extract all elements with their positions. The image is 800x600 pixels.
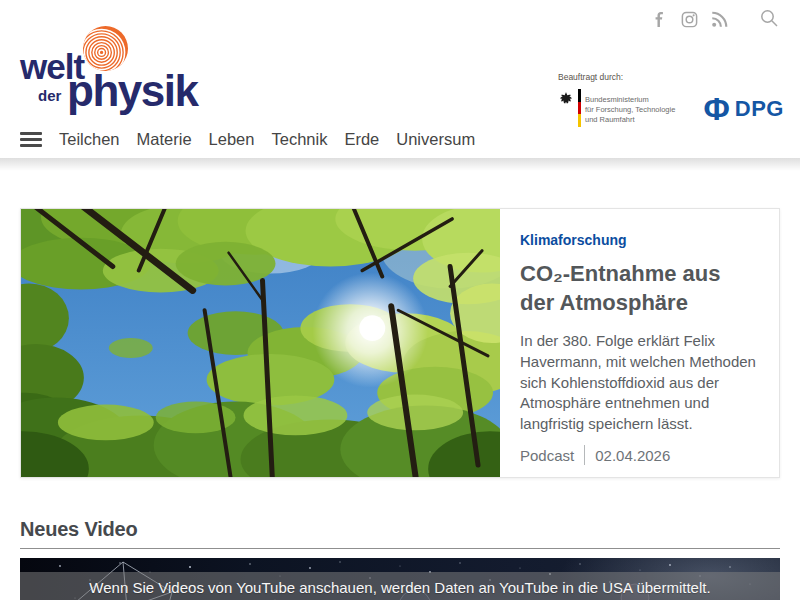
forest-canopy-illustration [21, 209, 500, 477]
nav-item-leben[interactable]: Leben [209, 130, 255, 149]
dpg-label: DPG [735, 96, 784, 122]
social-links [651, 11, 728, 28]
facebook-link[interactable] [651, 11, 668, 28]
nav-item-materie[interactable]: Materie [137, 130, 192, 149]
facebook-icon [651, 11, 668, 28]
teaser-date: 02.04.2026 [595, 447, 670, 464]
teaser-content-type: Podcast [520, 447, 574, 464]
instagram-link[interactable] [681, 11, 698, 28]
rss-icon [711, 11, 728, 28]
teaser-image-forest-canopy[interactable] [21, 209, 500, 477]
logo-spiral-icon [83, 26, 128, 71]
ministry-logo[interactable]: Bundesministerium für Forschung, Technol… [558, 89, 675, 127]
search-icon [760, 9, 779, 28]
hamburger-menu-button[interactable] [20, 132, 42, 148]
video-section: Neues Video [0, 518, 800, 600]
sponsor-block: Beauftragt durch: Bundesministerium für … [558, 72, 784, 127]
main-content: Klimaforschung CO₂-Entnahme aus der Atmo… [0, 208, 800, 600]
dpg-logo[interactable]: Φ DPG [704, 95, 784, 124]
section-divider [20, 548, 780, 549]
site-logo[interactable]: welt der physik [20, 26, 192, 120]
ministry-name: Bundesministerium für Forschung, Technol… [585, 95, 675, 127]
instagram-icon [681, 11, 698, 28]
main-nav: Teilchen Materie Leben Technik Erde Univ… [20, 130, 475, 149]
nav-item-erde[interactable]: Erde [344, 130, 379, 149]
federal-eagle-icon [558, 91, 574, 109]
youtube-privacy-notice: Wenn Sie Videos von YouTube anschauen, w… [20, 579, 780, 596]
nav-item-universum[interactable]: Universum [396, 130, 475, 149]
header-shadow [0, 158, 800, 171]
teaser-text-panel: Klimaforschung CO₂-Entnahme aus der Atmo… [500, 209, 779, 477]
youtube-video-banner[interactable]: Wenn Sie Videos von YouTube anschauen, w… [20, 558, 780, 600]
video-section-heading: Neues Video [20, 518, 780, 541]
meta-divider [584, 445, 585, 465]
search-button[interactable] [760, 9, 779, 28]
teaser-description: In der 380. Folge erklärt Felix Haverman… [520, 331, 759, 434]
nav-item-teilchen[interactable]: Teilchen [59, 130, 120, 149]
rss-link[interactable] [711, 11, 728, 28]
german-flag-stripe [578, 89, 581, 127]
teaser-meta: Podcast 02.04.2026 [520, 445, 759, 465]
nav-item-technik[interactable]: Technik [271, 130, 327, 149]
teaser-card: Klimaforschung CO₂-Entnahme aus der Atmo… [20, 208, 780, 478]
logo-word-physik: physik [67, 69, 197, 113]
sponsor-label: Beauftragt durch: [558, 72, 784, 82]
site-header: welt der physik Beauftragt durch: Bundes… [0, 0, 800, 158]
teaser-title[interactable]: CO₂-Entnahme aus der Atmosphäre [520, 260, 759, 317]
logo-word-der: der [38, 88, 61, 103]
dpg-phi-icon: Φ [704, 95, 730, 124]
youtube-privacy-overlay: Wenn Sie Videos von YouTube anschauen, w… [20, 572, 780, 600]
teaser-category[interactable]: Klimaforschung [520, 232, 759, 248]
